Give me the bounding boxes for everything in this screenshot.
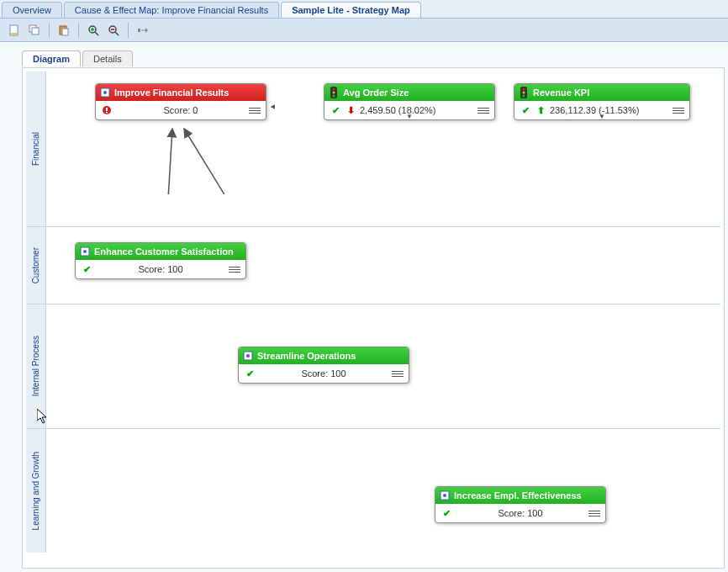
node-menu-icon[interactable] <box>673 105 684 115</box>
svg-point-21 <box>333 88 335 91</box>
toolbar-separator <box>128 23 129 38</box>
node-menu-icon[interactable] <box>477 105 489 115</box>
node-score: Score: 0 <box>116 105 245 115</box>
node-menu-icon[interactable] <box>588 508 600 518</box>
svg-point-25 <box>523 88 525 91</box>
node-score: Score: 100 <box>259 368 388 379</box>
new-document-button[interactable] <box>5 21 24 40</box>
lane-body-financial: Improve Financial Results Score: 0 <box>46 72 720 226</box>
node-body: ✔ ⬇ 2,459.50 (18.02%) ▼ <box>324 101 494 119</box>
node-title: Revenue KPI <box>533 87 589 98</box>
diagram-area[interactable]: Financial Improve Financial Results Scor… <box>22 67 725 569</box>
node-score: Score: 100 <box>456 508 585 518</box>
paste-button[interactable] <box>55 21 73 40</box>
node-title: Improve Financial Results <box>114 87 229 98</box>
sub-tab-bar: Diagram Details <box>22 50 135 66</box>
node-header: Avg Order Size <box>324 84 494 101</box>
swimlane-financial: Financial Improve Financial Results Scor… <box>26 72 720 226</box>
traffic-light-icon <box>328 87 340 98</box>
svg-point-31 <box>246 354 250 358</box>
svg-line-11 <box>115 32 119 35</box>
lane-label-text: Financial <box>31 132 40 166</box>
expand-chevron-icon[interactable]: ▼ <box>599 113 605 120</box>
lane-body-customer: Enhance Customer Satisfaction ✔ Score: 1… <box>46 227 720 304</box>
svg-rect-18 <box>106 108 108 111</box>
toolbar <box>0 19 728 42</box>
svg-line-7 <box>95 32 98 35</box>
trend-up-icon: ⬆ <box>535 104 546 116</box>
sub-tab-diagram[interactable]: Diagram <box>22 50 81 66</box>
objective-icon <box>79 246 91 257</box>
svg-rect-19 <box>106 112 108 114</box>
node-enhance-satisfaction[interactable]: Enhance Customer Satisfaction ✔ Score: 1… <box>75 242 246 279</box>
node-body: ✔ Score: 100 <box>76 260 245 278</box>
expand-button[interactable] <box>134 21 152 40</box>
node-header: Improve Financial Results <box>96 84 266 101</box>
svg-rect-1 <box>11 33 17 34</box>
toolbar-separator <box>49 23 50 38</box>
node-menu-icon[interactable] <box>392 368 404 379</box>
main-tab-bar: Overview Cause & Effect Map: Improve Fin… <box>0 0 728 19</box>
trend-down-icon: ⬇ <box>345 104 356 116</box>
node-header: Enhance Customer Satisfaction <box>76 243 245 260</box>
svg-point-33 <box>443 494 446 497</box>
lane-label-text: Customer <box>31 247 40 283</box>
node-title: Enhance Customer Satisfaction <box>94 246 234 257</box>
svg-point-23 <box>333 95 335 98</box>
objective-icon <box>439 490 451 501</box>
node-avg-order[interactable]: Avg Order Size ✔ ⬇ 2,459.50 (18.02%) ▼ <box>324 83 495 120</box>
node-revenue[interactable]: Revenue KPI ✔ ⬆ 236,112.39 (-11.53%) ▼ <box>514 83 690 120</box>
svg-point-26 <box>523 92 525 94</box>
check-icon: ✔ <box>440 507 452 519</box>
node-body: ✔ Score: 100 <box>435 504 605 522</box>
node-title: Streamline Operations <box>257 351 356 361</box>
swimlane-learning: Learning and Growth Increase Empl. Effec… <box>26 428 720 553</box>
lane-label-text: Internal Process <box>31 336 40 396</box>
node-title: Avg Order Size <box>343 87 409 98</box>
lane-label-learning: Learning and Growth <box>26 429 46 553</box>
svg-point-29 <box>83 250 87 253</box>
node-value: 2,459.50 (18.02%) <box>360 105 474 115</box>
swimlane-customer: Customer Enhance Customer Satisfaction ✔… <box>26 226 720 304</box>
check-icon: ✔ <box>81 263 92 275</box>
node-increase-effectiveness[interactable]: Increase Empl. Effectiveness ✔ Score: 10… <box>435 486 606 523</box>
tab-strategy-map[interactable]: Sample Lite - Strategy Map <box>281 2 421 18</box>
node-streamline[interactable]: Streamline Operations ✔ Score: 100 <box>238 347 409 384</box>
svg-point-22 <box>333 92 335 94</box>
node-header: Increase Empl. Effectiveness <box>435 487 605 504</box>
node-menu-icon[interactable] <box>249 105 261 115</box>
lane-body-process: Streamline Operations ✔ Score: 100 <box>46 305 720 428</box>
node-body: ✔ ⬆ 236,112.39 (-11.53%) ▼ <box>514 101 689 119</box>
tab-cause-effect[interactable]: Cause & Effect Map: Improve Financial Re… <box>64 2 279 18</box>
node-title: Increase Empl. Effectiveness <box>454 490 582 500</box>
node-body: ✔ Score: 100 <box>239 364 409 383</box>
swimlanes: Financial Improve Financial Results Scor… <box>26 72 720 564</box>
sub-tab-details[interactable]: Details <box>82 50 133 66</box>
expand-chevron-icon[interactable]: ▼ <box>406 113 413 120</box>
copy-button[interactable] <box>25 21 44 40</box>
toolbar-separator <box>78 23 79 38</box>
lane-label-customer: Customer <box>26 227 46 304</box>
node-value: 236,112.39 (-11.53%) <box>550 105 669 115</box>
alert-icon <box>101 104 113 116</box>
zoom-in-button[interactable] <box>84 21 103 40</box>
objective-icon <box>242 350 254 362</box>
svg-point-16 <box>103 91 107 94</box>
node-header: Streamline Operations <box>239 347 409 364</box>
check-icon: ✔ <box>244 368 256 379</box>
traffic-light-icon <box>518 87 530 98</box>
node-header: Revenue KPI <box>514 84 689 101</box>
lane-label-text: Learning and Growth <box>31 452 40 530</box>
lane-body-learning: Increase Empl. Effectiveness ✔ Score: 10… <box>46 429 720 553</box>
node-improve-financial[interactable]: Improve Financial Results Score: 0 <box>95 83 266 120</box>
lane-label-financial: Financial <box>26 72 46 226</box>
tab-overview[interactable]: Overview <box>2 2 62 18</box>
zoom-out-button[interactable] <box>104 21 123 40</box>
node-body: Score: 0 <box>96 101 266 119</box>
check-icon: ✔ <box>330 104 341 116</box>
swimlane-process: Internal Process Streamline Operations ✔… <box>26 304 720 428</box>
canvas-area: Diagram Details Financial Improve Financ… <box>0 42 728 572</box>
node-menu-icon[interactable] <box>229 264 240 274</box>
cursor-icon <box>37 409 50 427</box>
svg-rect-3 <box>32 28 39 34</box>
